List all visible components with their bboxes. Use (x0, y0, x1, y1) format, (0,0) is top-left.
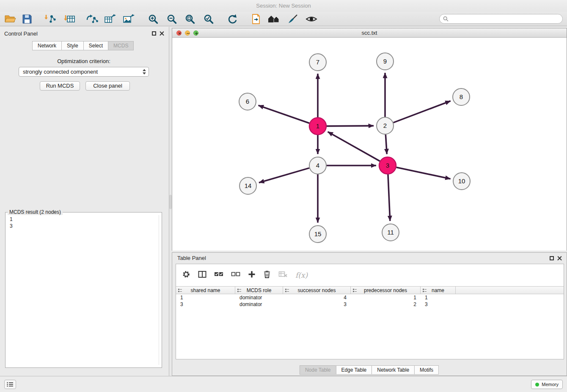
export-image-icon (123, 14, 135, 24)
table-cell[interactable]: dominator (235, 294, 283, 301)
table-tab-edge-table[interactable]: Edge Table (336, 365, 372, 375)
optimization-criterion-label: Optimization criterion: (0, 58, 168, 64)
open-file-button[interactable] (3, 13, 18, 25)
table-cell[interactable]: 3 (421, 301, 456, 308)
table-tab-motifs[interactable]: Motifs (414, 365, 439, 375)
column-header-shared-name[interactable]: shared name (176, 287, 235, 294)
search-input[interactable] (451, 16, 559, 22)
save-icon (22, 14, 32, 24)
save-session-button[interactable] (19, 13, 35, 25)
table-cell[interactable]: 3 (176, 301, 235, 308)
zoom-out-button[interactable] (164, 13, 179, 25)
table-tab-network-table[interactable]: Network Table (372, 365, 415, 375)
graph-edge-4-14[interactable] (259, 168, 309, 183)
graph-edge-1-2[interactable] (327, 126, 374, 126)
close-table-panel-button[interactable] (557, 255, 562, 261)
export-image-button[interactable] (121, 13, 136, 25)
optimization-criterion-dropdown[interactable]: strongly connected component (19, 67, 149, 77)
graph-edge-1-6[interactable] (258, 105, 309, 123)
memory-button[interactable]: Memory (531, 380, 563, 389)
graph-edge-2-8[interactable] (394, 101, 451, 123)
export-table-icon (104, 14, 116, 24)
copy-network-button[interactable] (248, 13, 264, 25)
delete-table-button[interactable] (278, 271, 288, 280)
column-header-predecessor-nodes[interactable]: predecessor nodes (351, 287, 421, 294)
export-network-button[interactable] (85, 13, 100, 25)
table-cell[interactable]: 4 (283, 294, 351, 301)
column-sort-icon (237, 289, 241, 293)
table-cell[interactable]: 3 (283, 301, 351, 308)
table-cell[interactable]: 1 (421, 294, 456, 301)
table-cell[interactable]: dominator (235, 301, 283, 308)
table-panel-title: Table Panel (177, 255, 206, 261)
graph-node-label-7: 7 (316, 58, 319, 66)
export-table-button[interactable] (102, 13, 118, 25)
network-window-titlebar: scc.txt (172, 28, 567, 38)
home-button[interactable] (266, 13, 281, 25)
table-header-row: shared nameMCDS rolesuccessor nodesprede… (176, 286, 564, 294)
network-canvas[interactable]: 7968124314101511 (172, 38, 567, 251)
column-header-successor-nodes[interactable]: successor nodes (283, 287, 351, 294)
run-mcds-button[interactable]: Run MCDS (40, 81, 80, 91)
table-body: 1dominator4113dominator323 (176, 294, 564, 308)
deselect-all-button[interactable] (231, 271, 240, 279)
trash-icon (263, 270, 271, 279)
graph-edge-2-3[interactable] (385, 135, 387, 154)
table-cell[interactable]: 1 (351, 294, 421, 301)
graph-node-label-8: 8 (460, 93, 463, 100)
function-builder-button[interactable]: f(x) (295, 271, 308, 279)
application-window: Session: New Session (0, 0, 567, 392)
zoom-in-button[interactable] (146, 13, 161, 25)
zoom-out-icon (167, 14, 177, 24)
close-panel-icon-button[interactable] (159, 30, 165, 36)
columns-icon (198, 271, 206, 278)
column-header-MCDS-role[interactable]: MCDS role (235, 287, 283, 294)
table-cell[interactable]: 1 (176, 294, 235, 301)
table-cell[interactable]: 2 (351, 301, 421, 308)
mcds-result-line: 3 (10, 223, 162, 229)
close-panel-button[interactable]: Close panel (85, 81, 130, 91)
column-header-label: successor nodes (297, 287, 336, 293)
delete-column-button[interactable] (263, 270, 271, 280)
table-row: 1dominator411 (176, 294, 564, 301)
table-row: 3dominator323 (176, 301, 564, 308)
dropdown-value: strongly connected component (23, 69, 98, 75)
zoom-fit-button[interactable] (182, 13, 198, 25)
import-table-button[interactable] (62, 13, 77, 25)
control-tab-network[interactable]: Network (32, 41, 62, 50)
control-tab-mcds[interactable]: MCDS (108, 41, 134, 50)
task-history-button[interactable] (4, 380, 16, 389)
graph-edge-3-10[interactable] (396, 167, 451, 179)
result-scrollbar[interactable] (159, 215, 159, 365)
graph-node-label-6: 6 (246, 98, 249, 105)
add-column-button[interactable] (248, 271, 256, 280)
zoom-selected-icon (204, 14, 214, 24)
eye-icon (306, 14, 317, 24)
search-box[interactable] (439, 14, 563, 24)
graph-node-label-9: 9 (383, 58, 387, 65)
control-tab-style[interactable]: Style (61, 41, 84, 50)
minimize-window-button[interactable] (185, 30, 190, 36)
graph-edge-3-11[interactable] (388, 174, 390, 221)
network-graph[interactable]: 7968124314101511 (172, 38, 567, 251)
copy-document-icon (251, 14, 261, 25)
refresh-button[interactable] (225, 13, 240, 25)
float-table-panel-button[interactable] (550, 256, 554, 260)
show-columns-button[interactable] (198, 271, 206, 280)
import-network-button[interactable] (42, 13, 58, 25)
zoom-selected-button[interactable] (201, 13, 216, 25)
column-header-name[interactable]: name (421, 287, 456, 294)
table-tab-node-table[interactable]: Node Table (300, 365, 336, 375)
apply-style-button[interactable] (285, 13, 300, 25)
close-window-button[interactable] (176, 30, 182, 36)
control-tab-select[interactable]: Select (83, 41, 108, 50)
status-bar: Memory (0, 376, 567, 392)
maximize-window-button[interactable] (193, 30, 198, 36)
graph-node-label-2: 2 (383, 122, 387, 129)
select-all-button[interactable] (214, 271, 223, 279)
table-settings-button[interactable] (182, 270, 190, 280)
graph-edge-3-1[interactable] (328, 132, 380, 161)
show-graphics-button[interactable] (304, 13, 319, 25)
main-toolbar (0, 12, 567, 26)
float-panel-button[interactable] (152, 31, 156, 36)
